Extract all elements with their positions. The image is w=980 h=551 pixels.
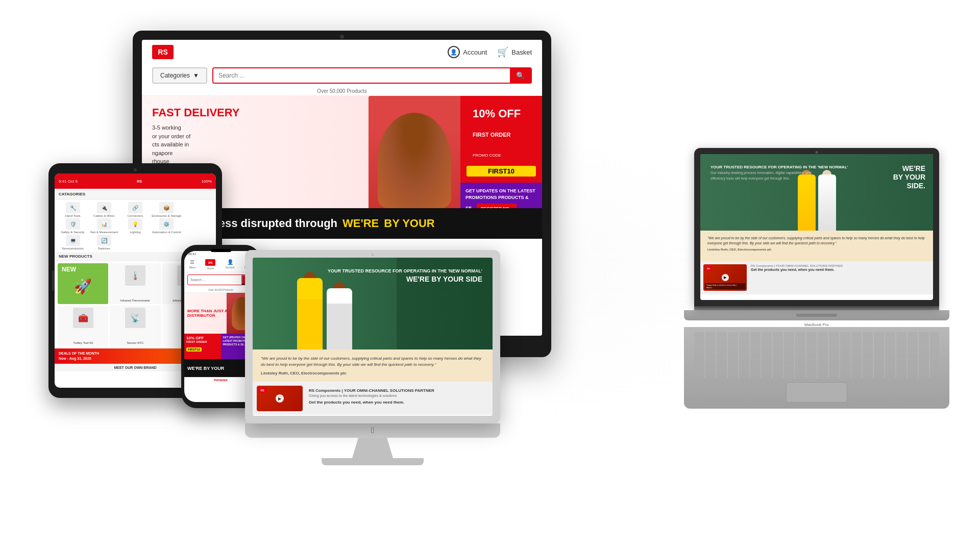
laptop-rs-badge: RS — [705, 266, 712, 271]
laptop-hero-text: YOUR TRUSTED RESOURCE FOR OPERATING IN T… — [710, 164, 848, 181]
laptop-play-btn[interactable]: ▶ — [722, 274, 729, 281]
hero-subtitle: 3-5 working or your order of cts availab… — [152, 123, 240, 166]
imac-video-section: RS ▶ RS Components | YOUR OMNI-CHANNEL S… — [253, 382, 493, 415]
phone-account-icon: 👤 — [227, 259, 233, 265]
phone-banner-text: WE'RE BY YOUR — [187, 366, 224, 371]
laptop-subtext: Our industry-leading process innovation,… — [710, 170, 813, 181]
phone-products-count: Over 50,000 Products — [208, 288, 233, 291]
monitor-camera — [340, 35, 344, 39]
tablet-status-bar: 9:41 Oct 9 RS 100% — [55, 173, 216, 189]
laptop-screen: YOUR TRUSTED RESOURCE FOR OPERATING IN T… — [700, 154, 933, 300]
cat-safety[interactable]: 🛡️ Safety & Security — [58, 218, 88, 234]
phone-search-input[interactable] — [188, 277, 241, 283]
laptop-base-notch — [796, 314, 837, 317]
cat-empty-2 — [183, 218, 213, 234]
cat-empty-1 — [183, 202, 213, 217]
imac-neck — [352, 438, 393, 458]
apple-logo:  — [371, 426, 374, 435]
phone-nav-account[interactable]: 👤 Account — [226, 259, 235, 270]
imac-device: YOUR TRUSTED RESOURCE FOR OPERATING IN T… — [245, 250, 500, 464]
cat-semiconductors[interactable]: 💻 Semiconductors — [58, 235, 88, 250]
laptop-video-title: Get the products you need, when you need… — [751, 267, 930, 272]
cart-icon: 🛒 — [497, 46, 508, 58]
trolley-image: 🧰 — [73, 308, 93, 328]
laptop-hinge — [694, 306, 939, 310]
register-button[interactable]: REGISTER NO... — [477, 204, 517, 208]
promo-discount-panel: 10% OFF FIRST ORDER PROMO CODE FIRST10 — [460, 96, 542, 183]
account-icon: 👤 — [448, 46, 460, 58]
phone-nav-menu[interactable]: ☰ Menu — [189, 259, 196, 270]
product-sensor[interactable]: 📡 Sensor NTC — [110, 306, 160, 346]
hero-right-promos: 10% OFF FIRST ORDER PROMO CODE FIRST10 G… — [460, 96, 542, 208]
monitor-header: RS 👤 Account 🛒 Basket — [142, 40, 542, 64]
cat-connectors[interactable]: 🔗 Connectors — [120, 202, 150, 217]
laptop-trackpad[interactable] — [786, 382, 847, 403]
sensor-name: Sensor NTC — [127, 341, 143, 344]
search-input-wrap: 🔍 — [212, 67, 532, 84]
phone-notch — [211, 249, 231, 252]
imac-hero: YOUR TRUSTED RESOURCE FOR OPERATING IN T… — [253, 258, 493, 349]
lighting-icon: 💡 — [128, 218, 142, 230]
banner-were: WE'RE — [342, 217, 379, 230]
cat-automation[interactable]: ⚙️ Automation & Control — [152, 218, 182, 234]
search-input[interactable] — [213, 69, 510, 82]
imac-quote-text: "We are proud to be by the side of our c… — [261, 356, 484, 368]
laptop-hero: YOUR TRUSTED RESOURCE FOR OPERATING IN T… — [700, 154, 933, 231]
phone-nav-home[interactable]: RS Home — [205, 259, 215, 270]
play-button[interactable]: ▶ — [276, 394, 284, 403]
product-thermometer-1[interactable]: 🌡️ Infrared Thermometer — [110, 263, 160, 304]
deals-date: Now - Aug 31, 2020 — [59, 356, 99, 361]
phone-promo-discount: 10% OFF FIRST ORDER FIRST10 — [184, 334, 221, 359]
cat-test[interactable]: 📊 Test & Measurement — [89, 218, 119, 234]
phone-account-label: Account — [226, 266, 235, 269]
semiconductors-icon: 💻 — [66, 235, 80, 246]
tablet-categories-grid: 🔧 Hand Tools 🔌 Cables & Wires 🔗 Connecto… — [55, 200, 216, 252]
deals-text: DEALS OF THE MONTH Now - Aug 31, 2020 — [59, 351, 99, 361]
product-trolley[interactable]: 🧰 Trolley Tool Kit — [58, 306, 108, 346]
imac-hero-text: YOUR TRUSTED RESOURCE FOR OPERATING IN T… — [328, 268, 482, 283]
imac-chin:  — [245, 423, 500, 438]
imac-base — [322, 458, 424, 465]
phone-time: 09:41 — [188, 253, 196, 256]
laptop-video-row: RS Supporting customers every day | Abou… — [700, 261, 933, 294]
menu-label: Menu — [189, 266, 196, 269]
imac-screen: YOUR TRUSTED RESOURCE FOR OPERATING IN T… — [253, 258, 493, 416]
tablet-home-button[interactable] — [52, 270, 54, 291]
categories-label: Categories — [160, 72, 190, 79]
safety-icon: 🛡️ — [66, 218, 80, 230]
trolley-name: Trolley Tool Kit — [73, 341, 93, 344]
laptop-video-text: RS Components | YOUR OMNI-CHANNEL SOLUTI… — [751, 264, 930, 291]
worker-2 — [327, 288, 352, 349]
categories-button[interactable]: Categories ▼ — [152, 67, 207, 84]
basket-label: Basket — [511, 48, 532, 56]
search-button[interactable]: 🔍 — [510, 68, 531, 83]
rs-logo: RS — [152, 45, 174, 59]
scene: RS 👤 Account 🛒 Basket — [0, 0, 980, 551]
dropdown-arrow: ▼ — [193, 72, 199, 79]
laptop-device: YOUR TRUSTED RESOURCE FOR OPERATING IN T… — [694, 148, 939, 413]
basket-nav-item[interactable]: 🛒 Basket — [497, 46, 532, 58]
switches-icon: 🔄 — [97, 235, 111, 246]
cat-switches[interactable]: 🔄 Switches — [89, 235, 119, 250]
imac-video-thumbnail[interactable]: RS ▶ — [257, 386, 303, 411]
laptop-were-text: WE'REBY YOURSIDE. — [893, 164, 925, 190]
hero-text: FAST DELIVERY 3-5 working or your order … — [152, 106, 240, 166]
cat-enclosures[interactable]: 📦 Enclosures & Storage — [152, 202, 182, 217]
account-nav-item[interactable]: 👤 Account — [448, 46, 487, 58]
cat-lighting[interactable]: 💡 Lighting — [120, 218, 150, 234]
imac-trusted-text: YOUR TRUSTED RESOURCE FOR OPERATING IN T… — [328, 268, 482, 275]
laptop-video-thumb[interactable]: RS Supporting customers every day | Abou… — [703, 264, 747, 291]
cat-cables[interactable]: 🔌 Cables & Wires — [89, 202, 119, 217]
phone-discount-text: 10% OFF — [186, 336, 219, 340]
imac-were-here: WE'RE BY YOUR SIDE — [328, 275, 482, 284]
new-label: NEW — [62, 266, 76, 273]
discount-text: 10% OFF — [467, 102, 536, 126]
products-count-bar: Over 50,000 Products — [142, 87, 542, 96]
home-label: Home — [207, 267, 214, 270]
hero-person-image — [369, 96, 460, 208]
video-rs-badge: RS — [258, 387, 266, 393]
hand-tools-icon: 🔧 — [66, 202, 80, 213]
cat-hand-tools[interactable]: 🔧 Hand Tools — [58, 202, 88, 217]
account-label: Account — [463, 48, 487, 56]
tablet-categories-header: CATAGORIES — [55, 189, 216, 200]
